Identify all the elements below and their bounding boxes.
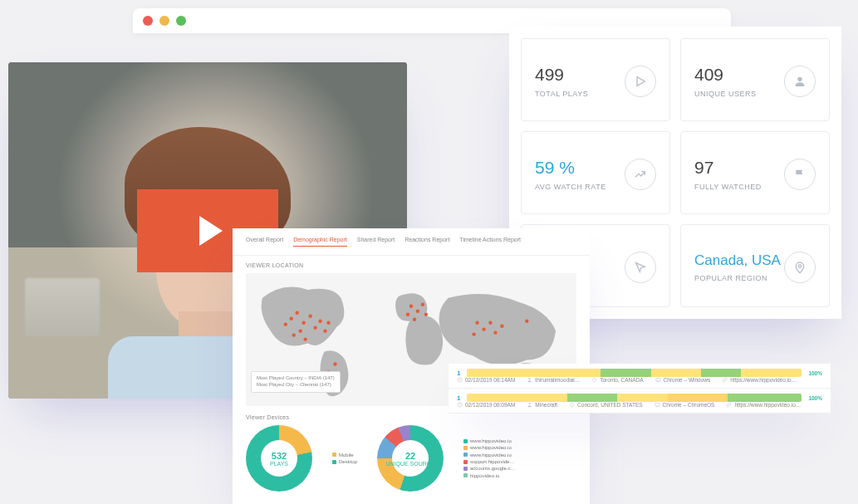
watch-progress-bar (467, 394, 802, 402)
location-pin-icon (784, 252, 816, 283)
location: Toronto, CANADA (591, 377, 643, 383)
stat-value: 97 (694, 158, 762, 178)
stat-card-avg-watch-rate[interactable]: 59 % AVG WATCH RATE (521, 131, 670, 214)
timeline-index: 1 (457, 369, 460, 377)
svg-point-6 (284, 322, 287, 325)
tab-reactions-report[interactable]: Reactions Report (404, 237, 449, 247)
report-tabs: Overall Report Demographic Report Shared… (233, 228, 590, 256)
map-tooltip-line: Most Played City – Chennai (147) (257, 382, 335, 389)
svg-point-26 (493, 330, 497, 334)
user: thirumalimoodiai… (527, 377, 580, 383)
viewer-location-title: VIEWER LOCATION (233, 262, 590, 268)
tab-timeline-actions-report[interactable]: Timeline Actions Report (459, 237, 521, 247)
stat-card-unique-users[interactable]: 409 UNIQUE USERS (680, 38, 830, 121)
stat-card-fully-watched[interactable]: 97 FULLY WATCHED (680, 131, 830, 214)
timeline-panel: 1 100% 02/12/2019 08:14AM thirumalimoodi… (449, 364, 831, 413)
svg-rect-36 (655, 403, 659, 406)
stat-label: AVG WATCH RATE (535, 183, 606, 191)
viewer-devices-row: 532 PLAYS Mobile Desktop 22 UNIQUE SOURC… (233, 420, 590, 492)
svg-point-20 (421, 303, 424, 306)
source: https://www.hippovideo.io… (726, 402, 801, 408)
stat-value: 59 % (535, 158, 606, 178)
stat-value: Canada, USA (694, 252, 781, 269)
plays-donut-value: 532 (272, 451, 287, 461)
user: Minecraft (527, 402, 557, 408)
svg-point-9 (313, 325, 316, 329)
svg-point-14 (303, 337, 306, 340)
svg-point-24 (482, 327, 485, 330)
traffic-light-minimize-icon[interactable] (159, 16, 169, 26)
sources-donut-chart[interactable]: 22 UNIQUE SOURCE (377, 425, 444, 492)
svg-point-19 (406, 313, 409, 316)
plays-donut-legend: Mobile Desktop (332, 452, 357, 466)
timestamp: 02/12/2019 08:14AM (457, 377, 515, 383)
tab-overall-report[interactable]: Overall Report (246, 237, 283, 247)
stat-label: FULLY WATCHED (694, 183, 762, 191)
svg-point-29 (525, 320, 528, 323)
tab-demographic-report[interactable]: Demographic Report (293, 237, 347, 247)
svg-point-7 (308, 315, 311, 318)
cursor-icon (625, 252, 656, 283)
watch-progress-bar (467, 369, 802, 377)
svg-point-21 (424, 313, 428, 316)
traffic-light-zoom-icon[interactable] (176, 16, 186, 26)
timeline-row[interactable]: 1 100% 02/12/2019 08:09AM Minecraft Conc… (449, 389, 831, 413)
svg-point-27 (472, 332, 475, 335)
svg-point-32 (529, 378, 531, 379)
location: Concord, UNITED STATES (569, 402, 643, 408)
svg-point-10 (318, 320, 321, 323)
svg-point-17 (409, 305, 413, 308)
trend-up-icon (625, 159, 656, 190)
watch-percent: 100% (808, 370, 822, 376)
user-icon (784, 66, 816, 97)
stat-label: TOTAL PLAYS (535, 90, 588, 98)
svg-point-12 (323, 329, 326, 332)
plays-donut-chart[interactable]: 532 PLAYS (246, 425, 312, 492)
svg-point-22 (413, 318, 416, 321)
stat-value: 409 (694, 65, 757, 85)
svg-point-25 (488, 321, 492, 325)
source: https://www.hippovideo.io… (722, 377, 797, 383)
svg-point-1 (797, 77, 802, 81)
stat-value: 499 (535, 65, 588, 85)
traffic-light-close-icon[interactable] (143, 16, 153, 26)
svg-point-18 (416, 310, 419, 313)
flag-icon (784, 159, 816, 190)
watch-percent: 100% (808, 395, 822, 401)
stat-card-total-plays[interactable]: 499 TOTAL PLAYS (521, 38, 670, 121)
sources-donut-value: 22 (405, 451, 415, 461)
svg-point-23 (475, 321, 478, 325)
stat-label: POPULAR REGION (694, 274, 781, 282)
map-tooltip: Most Played Country – INDIA (147) Most P… (251, 371, 341, 393)
svg-point-8 (298, 329, 302, 332)
svg-point-2 (798, 265, 801, 267)
tab-shared-report[interactable]: Shared Report (357, 237, 395, 247)
browser: Chrome – Windows (655, 377, 711, 383)
timeline-row[interactable]: 1 100% 02/12/2019 08:14AM thirumalimoodi… (449, 364, 831, 389)
svg-point-15 (333, 362, 336, 365)
svg-rect-33 (655, 378, 659, 381)
play-icon (625, 66, 656, 97)
svg-point-35 (529, 403, 531, 404)
timestamp: 02/12/2019 08:09AM (457, 402, 515, 408)
stat-card-popular-region[interactable]: Canada, USA POPULAR REGION (680, 224, 830, 307)
browser: Chrome – ChromeOS (655, 402, 715, 408)
stat-label: UNIQUE USERS (694, 90, 757, 98)
sources-donut-label: UNIQUE SOURCE (385, 461, 434, 467)
timeline-index: 1 (457, 394, 460, 402)
map-tooltip-line: Most Played Country – INDIA (147) (257, 375, 335, 382)
viewer-devices-title: Viewer Devices (233, 414, 590, 420)
sources-donut-legend: www.hippovideo.io www.hippovideo.io www.… (463, 438, 515, 479)
svg-marker-0 (637, 77, 645, 86)
svg-point-11 (292, 333, 296, 336)
svg-point-4 (295, 311, 298, 315)
plays-donut-label: PLAYS (270, 461, 288, 467)
svg-point-28 (500, 324, 503, 327)
svg-point-5 (302, 321, 305, 325)
svg-point-3 (290, 317, 293, 321)
svg-point-13 (326, 321, 330, 325)
